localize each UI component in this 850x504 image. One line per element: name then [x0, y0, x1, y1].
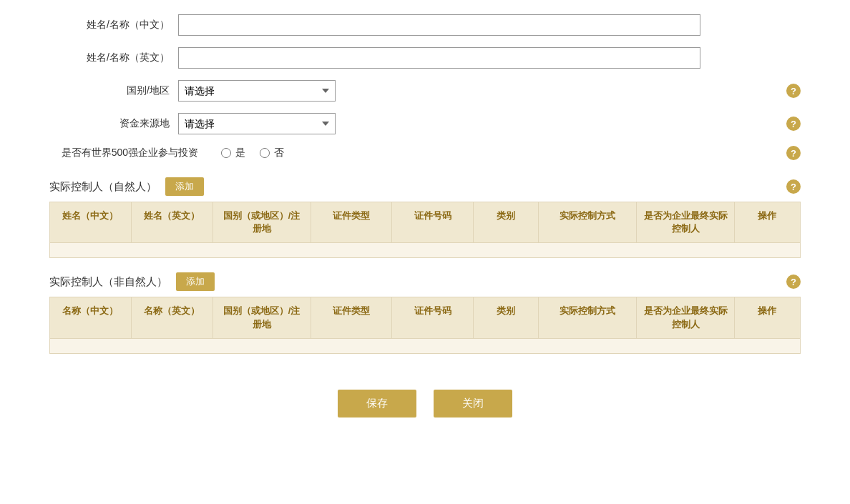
world500-yes-radio[interactable]	[221, 148, 231, 158]
footer-buttons: 保存 关闭	[49, 390, 801, 417]
natural-col-0: 姓名（中文）	[50, 202, 132, 242]
save-button[interactable]: 保存	[338, 390, 416, 417]
non-natural-help-icon[interactable]: ?	[786, 275, 801, 289]
non-natural-col-0: 名称（中文）	[50, 297, 132, 337]
natural-table-body	[50, 243, 800, 257]
natural-col-2: 国别（或地区）/注册地	[213, 202, 311, 242]
natural-col-1: 姓名（英文）	[132, 202, 213, 242]
natural-col-8: 操作	[735, 202, 800, 242]
world500-help-icon[interactable]: ?	[786, 146, 801, 160]
non-natural-col-2: 国别（或地区）/注册地	[213, 297, 311, 337]
main-form: 姓名/名称（中文） 姓名/名称（英文） 国别/地区 请选择 ? 资金来源地 请选…	[49, 14, 801, 417]
world500-no-label: 否	[274, 147, 284, 159]
non-natural-col-6: 实际控制方式	[539, 297, 637, 337]
natural-col-7: 是否为企业最终实际控制人	[637, 202, 735, 242]
close-button[interactable]: 关闭	[434, 390, 512, 417]
name-cn-label: 姓名/名称（中文）	[49, 19, 178, 31]
natural-col-5: 类别	[474, 202, 539, 242]
non-natural-col-5: 类别	[474, 297, 539, 337]
country-help-icon[interactable]: ?	[786, 84, 801, 98]
fund-source-select[interactable]: 请选择	[178, 113, 336, 134]
natural-col-6: 实际控制方式	[539, 202, 637, 242]
non-natural-col-1: 名称（英文）	[132, 297, 213, 337]
natural-col-4: 证件号码	[392, 202, 474, 242]
world500-radio-group: 是 否	[221, 147, 284, 159]
non-natural-col-3: 证件类型	[311, 297, 393, 337]
natural-add-button[interactable]: 添加	[165, 177, 204, 196]
world500-yes-option[interactable]: 是	[221, 147, 245, 159]
natural-section-header: 实际控制人（自然人） 添加 ?	[49, 177, 801, 196]
non-natural-col-8: 操作	[735, 297, 800, 337]
non-natural-table-header: 名称（中文） 名称（英文） 国别（或地区）/注册地 证件类型 证件号码 类别 实…	[50, 297, 800, 338]
non-natural-add-button[interactable]: 添加	[176, 272, 215, 291]
natural-table-header: 姓名（中文） 姓名（英文） 国别（或地区）/注册地 证件类型 证件号码 类别 实…	[50, 202, 800, 243]
name-cn-row: 姓名/名称（中文）	[49, 14, 801, 36]
non-natural-col-4: 证件号码	[392, 297, 474, 337]
natural-col-3: 证件类型	[311, 202, 393, 242]
world500-label: 是否有世界500强企业参与投资	[49, 147, 207, 159]
natural-table: 姓名（中文） 姓名（英文） 国别（或地区）/注册地 证件类型 证件号码 类别 实…	[49, 202, 801, 258]
world500-row: 是否有世界500强企业参与投资 是 否 ?	[49, 146, 801, 160]
name-en-row: 姓名/名称（英文）	[49, 47, 801, 69]
non-natural-section-title: 实际控制人（非自然人）	[49, 275, 167, 289]
fund-source-help-icon[interactable]: ?	[786, 117, 801, 131]
non-natural-col-7: 是否为企业最终实际控制人	[637, 297, 735, 337]
non-natural-table-body	[50, 339, 800, 353]
world500-no-option[interactable]: 否	[260, 147, 284, 159]
natural-section-title: 实际控制人（自然人）	[49, 180, 157, 194]
world500-no-radio[interactable]	[260, 148, 270, 158]
fund-source-row: 资金来源地 请选择 ?	[49, 113, 801, 134]
country-select[interactable]: 请选择	[178, 80, 336, 102]
name-en-label: 姓名/名称（英文）	[49, 51, 178, 64]
natural-help-icon[interactable]: ?	[786, 179, 801, 194]
non-natural-table: 名称（中文） 名称（英文） 国别（或地区）/注册地 证件类型 证件号码 类别 实…	[49, 297, 801, 353]
fund-source-label: 资金来源地	[49, 117, 178, 130]
name-en-input[interactable]	[178, 47, 700, 69]
country-row: 国别/地区 请选择 ?	[49, 80, 801, 102]
name-cn-input[interactable]	[178, 14, 700, 36]
non-natural-section-header: 实际控制人（非自然人） 添加 ?	[49, 272, 801, 291]
country-label: 国别/地区	[49, 84, 178, 97]
world500-yes-label: 是	[235, 147, 245, 159]
